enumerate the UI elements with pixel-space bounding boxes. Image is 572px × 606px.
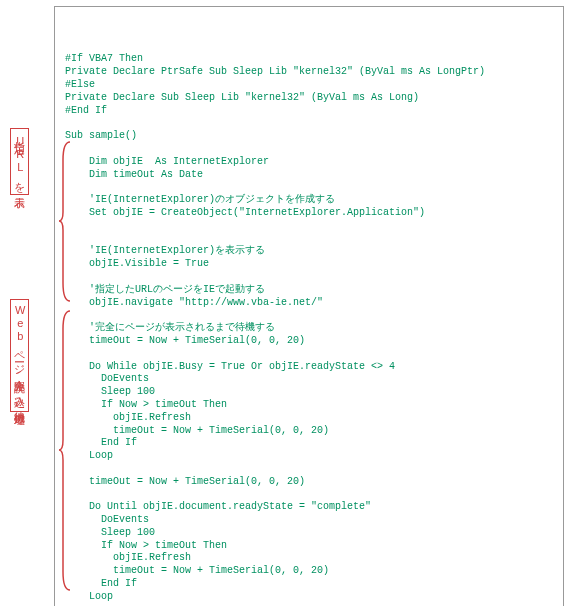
code-line: Do While objIE.Busy = True Or objIE.read… [65, 361, 395, 372]
code-line: Sleep 100 [65, 527, 155, 538]
code-line: Loop [65, 591, 113, 602]
code-line: If Now > timeOut Then [65, 399, 227, 410]
code-line: objIE.Refresh [65, 412, 191, 423]
code-line: End If [65, 578, 137, 589]
code-line: objIE.Refresh [65, 552, 191, 563]
code-line: End If [65, 437, 137, 448]
code-line: '完全にページが表示されるまで待機する [65, 322, 275, 333]
code-line: timeOut = Now + TimeSerial(0, 0, 20) [65, 565, 329, 576]
code-line: #Else [65, 79, 95, 90]
code-line: Dim timeOut As Date [65, 169, 203, 180]
code-line: #End If [65, 105, 107, 116]
code-line: timeOut = Now + TimeSerial(0, 0, 20) [65, 425, 329, 436]
code-line: timeOut = Now + TimeSerial(0, 0, 20) [65, 335, 305, 346]
code-line: '指定したURLのページをIEで起動する [65, 284, 265, 295]
code-line: #If VBA7 Then [65, 53, 143, 64]
code-line: Loop [65, 450, 113, 461]
code-line: Private Declare PtrSafe Sub Sleep Lib "k… [65, 66, 485, 77]
page-container: 指定URLを表示 Webページ完全読み込み待機処理 #If VBA7 Then … [0, 0, 572, 606]
code-line: objIE.Visible = True [65, 258, 209, 269]
annotation-label-bottom: Webページ完全読み込み待機処理 [10, 299, 29, 412]
code-line: 'IE(InternetExplorer)のオブジェクトを作成する [65, 194, 335, 205]
code-line: If Now > timeOut Then [65, 540, 227, 551]
code-pane[interactable]: #If VBA7 Then Private Declare PtrSafe Su… [54, 6, 564, 606]
code-line: Do Until objIE.document.readyState = "co… [65, 501, 371, 512]
annotation-column: 指定URLを表示 Webページ完全読み込み待機処理 [8, 6, 54, 606]
code-line: 'IE(InternetExplorer)を表示する [65, 245, 265, 256]
code-line: Set objIE = CreateObject("InternetExplor… [65, 207, 425, 218]
code-line: DoEvents [65, 373, 149, 384]
code-line: Dim objIE As InternetExplorer [65, 156, 269, 167]
annotation-label-top: 指定URLを表示 [10, 128, 29, 195]
code-line: Private Declare Sub Sleep Lib "kernel32"… [65, 92, 419, 103]
code-line: timeOut = Now + TimeSerial(0, 0, 20) [65, 476, 305, 487]
code-line: objIE.navigate "http://www.vba-ie.net/" [65, 297, 323, 308]
code-line: Sub sample() [65, 130, 137, 141]
code-line: DoEvents [65, 514, 149, 525]
code-line: Sleep 100 [65, 386, 155, 397]
